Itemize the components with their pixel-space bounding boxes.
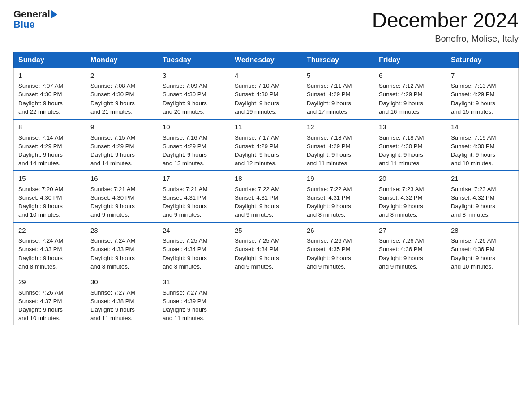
calendar-day-cell: 23Sunrise: 7:24 AMSunset: 4:33 PMDayligh… [86, 223, 158, 274]
calendar-week-row-1: 1Sunrise: 7:07 AMSunset: 4:30 PMDaylight… [14, 68, 519, 119]
calendar-day-cell [374, 274, 446, 325]
day-info: Sunrise: 7:22 AMSunset: 4:31 PMDaylight:… [235, 185, 297, 219]
day-number: 29 [18, 277, 81, 287]
day-info: Sunrise: 7:21 AMSunset: 4:31 PMDaylight:… [163, 185, 225, 219]
title-area: December 2024 Bonefro, Molise, Italy [372, 9, 519, 44]
day-info: Sunrise: 7:14 AMSunset: 4:29 PMDaylight:… [18, 133, 81, 168]
day-number: 30 [90, 277, 153, 287]
day-number: 24 [163, 226, 225, 235]
page-header: General Blue December 2024 Bonefro, Moli… [13, 9, 519, 44]
calendar-day-cell [230, 274, 302, 325]
calendar-day-cell [302, 274, 374, 325]
logo-general-text: General [13, 9, 57, 20]
calendar-day-cell: 13Sunrise: 7:18 AMSunset: 4:30 PMDayligh… [374, 119, 446, 171]
calendar-day-cell: 3Sunrise: 7:09 AMSunset: 4:30 PMDaylight… [158, 68, 230, 119]
calendar-week-row-4: 22Sunrise: 7:24 AMSunset: 4:33 PMDayligh… [14, 223, 519, 274]
day-info: Sunrise: 7:23 AMSunset: 4:32 PMDaylight:… [451, 185, 514, 219]
location-subtitle: Bonefro, Molise, Italy [372, 34, 519, 44]
day-number: 21 [451, 174, 514, 184]
day-info: Sunrise: 7:15 AMSunset: 4:29 PMDaylight:… [90, 133, 153, 168]
calendar-day-cell: 14Sunrise: 7:19 AMSunset: 4:30 PMDayligh… [446, 119, 519, 171]
logo-arrow-icon [51, 10, 57, 18]
day-number: 3 [163, 71, 225, 81]
calendar-day-cell: 27Sunrise: 7:26 AMSunset: 4:36 PMDayligh… [374, 223, 446, 274]
calendar-day-cell: 17Sunrise: 7:21 AMSunset: 4:31 PMDayligh… [158, 171, 230, 222]
col-wednesday: Wednesday [230, 52, 302, 68]
day-number: 31 [163, 277, 225, 287]
calendar-day-cell: 11Sunrise: 7:17 AMSunset: 4:29 PMDayligh… [230, 119, 302, 171]
day-info: Sunrise: 7:10 AMSunset: 4:30 PMDaylight:… [235, 81, 297, 116]
calendar-day-cell: 5Sunrise: 7:11 AMSunset: 4:29 PMDaylight… [302, 68, 374, 119]
col-friday: Friday [374, 52, 446, 68]
calendar-week-row-5: 29Sunrise: 7:26 AMSunset: 4:37 PMDayligh… [14, 274, 519, 325]
calendar-day-cell: 25Sunrise: 7:25 AMSunset: 4:34 PMDayligh… [230, 223, 302, 274]
col-sunday: Sunday [14, 52, 86, 68]
calendar-header-row: Sunday Monday Tuesday Wednesday Thursday… [14, 52, 519, 68]
day-info: Sunrise: 7:23 AMSunset: 4:32 PMDaylight:… [379, 185, 442, 219]
day-number: 1 [18, 71, 81, 81]
calendar-day-cell: 12Sunrise: 7:18 AMSunset: 4:29 PMDayligh… [302, 119, 374, 171]
calendar-day-cell: 6Sunrise: 7:12 AMSunset: 4:29 PMDaylight… [374, 68, 446, 119]
day-number: 13 [379, 122, 442, 132]
day-number: 6 [379, 71, 442, 81]
calendar-table: Sunday Monday Tuesday Wednesday Thursday… [13, 52, 519, 326]
day-info: Sunrise: 7:20 AMSunset: 4:30 PMDaylight:… [18, 185, 81, 219]
day-number: 22 [18, 226, 81, 235]
day-info: Sunrise: 7:09 AMSunset: 4:30 PMDaylight:… [163, 81, 225, 116]
calendar-day-cell [446, 274, 519, 325]
calendar-day-cell: 21Sunrise: 7:23 AMSunset: 4:32 PMDayligh… [446, 171, 519, 222]
day-number: 23 [90, 226, 153, 235]
day-info: Sunrise: 7:26 AMSunset: 4:37 PMDaylight:… [18, 288, 81, 323]
calendar-day-cell: 1Sunrise: 7:07 AMSunset: 4:30 PMDaylight… [14, 68, 86, 119]
calendar-day-cell: 22Sunrise: 7:24 AMSunset: 4:33 PMDayligh… [14, 223, 86, 274]
day-number: 20 [379, 174, 442, 184]
day-number: 16 [90, 174, 153, 184]
calendar-day-cell: 16Sunrise: 7:21 AMSunset: 4:30 PMDayligh… [86, 171, 158, 222]
day-number: 10 [163, 122, 225, 132]
calendar-day-cell: 29Sunrise: 7:26 AMSunset: 4:37 PMDayligh… [14, 274, 86, 325]
calendar-day-cell: 7Sunrise: 7:13 AMSunset: 4:29 PMDaylight… [446, 68, 519, 119]
day-number: 8 [18, 122, 81, 132]
day-number: 28 [451, 226, 514, 235]
day-info: Sunrise: 7:12 AMSunset: 4:29 PMDaylight:… [379, 81, 442, 116]
day-number: 5 [307, 71, 369, 81]
calendar-day-cell: 8Sunrise: 7:14 AMSunset: 4:29 PMDaylight… [14, 119, 86, 171]
day-info: Sunrise: 7:27 AMSunset: 4:38 PMDaylight:… [90, 288, 153, 323]
calendar-day-cell: 28Sunrise: 7:26 AMSunset: 4:36 PMDayligh… [446, 223, 519, 274]
logo-blue-text: Blue [13, 19, 35, 30]
day-info: Sunrise: 7:24 AMSunset: 4:33 PMDaylight:… [18, 236, 81, 271]
day-number: 15 [18, 174, 81, 184]
col-tuesday: Tuesday [158, 52, 230, 68]
day-info: Sunrise: 7:21 AMSunset: 4:30 PMDaylight:… [90, 185, 153, 219]
day-info: Sunrise: 7:26 AMSunset: 4:35 PMDaylight:… [307, 236, 369, 271]
day-info: Sunrise: 7:25 AMSunset: 4:34 PMDaylight:… [235, 236, 297, 271]
day-number: 12 [307, 122, 369, 132]
day-number: 17 [163, 174, 225, 184]
calendar-day-cell: 24Sunrise: 7:25 AMSunset: 4:34 PMDayligh… [158, 223, 230, 274]
calendar-day-cell: 26Sunrise: 7:26 AMSunset: 4:35 PMDayligh… [302, 223, 374, 274]
calendar-day-cell: 9Sunrise: 7:15 AMSunset: 4:29 PMDaylight… [86, 119, 158, 171]
calendar-day-cell: 4Sunrise: 7:10 AMSunset: 4:30 PMDaylight… [230, 68, 302, 119]
day-number: 25 [235, 226, 297, 235]
day-info: Sunrise: 7:24 AMSunset: 4:33 PMDaylight:… [90, 236, 153, 271]
day-info: Sunrise: 7:07 AMSunset: 4:30 PMDaylight:… [18, 81, 81, 116]
calendar-day-cell: 10Sunrise: 7:16 AMSunset: 4:29 PMDayligh… [158, 119, 230, 171]
day-info: Sunrise: 7:13 AMSunset: 4:29 PMDaylight:… [451, 81, 514, 116]
month-year-title: December 2024 [372, 9, 519, 32]
day-number: 7 [451, 71, 514, 81]
day-info: Sunrise: 7:27 AMSunset: 4:39 PMDaylight:… [163, 288, 225, 323]
day-info: Sunrise: 7:19 AMSunset: 4:30 PMDaylight:… [451, 133, 514, 168]
logo: General Blue [13, 9, 57, 30]
day-info: Sunrise: 7:26 AMSunset: 4:36 PMDaylight:… [451, 236, 514, 271]
calendar-day-cell: 19Sunrise: 7:22 AMSunset: 4:31 PMDayligh… [302, 171, 374, 222]
day-number: 4 [235, 71, 297, 81]
day-number: 18 [235, 174, 297, 184]
day-info: Sunrise: 7:11 AMSunset: 4:29 PMDaylight:… [307, 81, 369, 116]
day-info: Sunrise: 7:25 AMSunset: 4:34 PMDaylight:… [163, 236, 225, 271]
col-saturday: Saturday [446, 52, 519, 68]
calendar-day-cell: 31Sunrise: 7:27 AMSunset: 4:39 PMDayligh… [158, 274, 230, 325]
calendar-day-cell: 30Sunrise: 7:27 AMSunset: 4:38 PMDayligh… [86, 274, 158, 325]
day-number: 19 [307, 174, 369, 184]
day-number: 27 [379, 226, 442, 235]
calendar-week-row-3: 15Sunrise: 7:20 AMSunset: 4:30 PMDayligh… [14, 171, 519, 222]
